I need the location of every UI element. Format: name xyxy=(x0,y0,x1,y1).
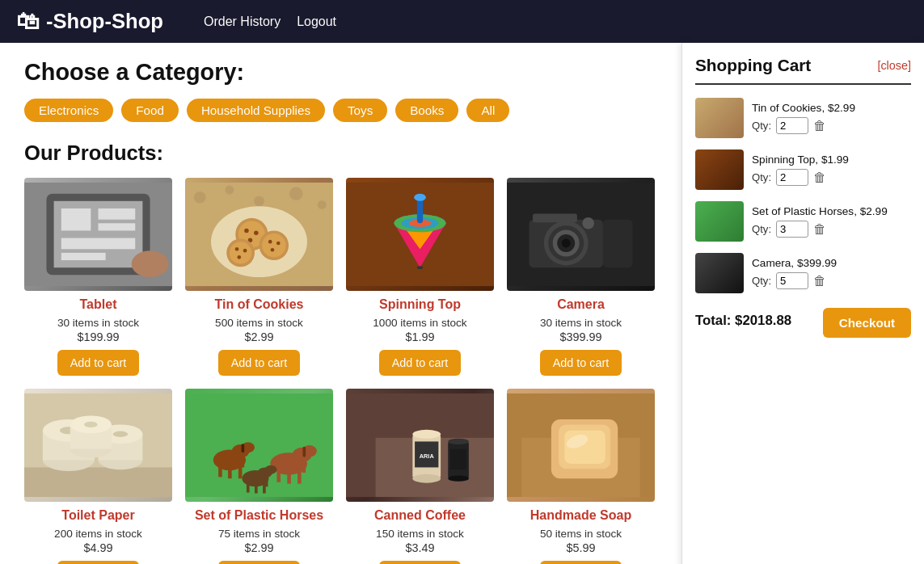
product-price-tablet: $199.99 xyxy=(77,330,119,343)
svg-point-28 xyxy=(235,247,239,251)
svg-rect-87 xyxy=(263,482,266,494)
add-to-cart-tablet[interactable]: Add to cart xyxy=(57,350,140,376)
cart-item-delete-cookies[interactable]: 🗑 xyxy=(813,119,826,133)
cart-close-button[interactable]: [close] xyxy=(877,59,911,72)
svg-point-12 xyxy=(254,196,264,206)
svg-point-24 xyxy=(276,242,281,246)
cart-item-horses: Set of Plastic Horses, $2.99 Qty: 🗑 xyxy=(695,201,911,242)
cart-item-qty-input-cookies[interactable] xyxy=(776,117,808,134)
cart-item-details-spinning-top: Spinning Top, $1.99 Qty: 🗑 xyxy=(752,154,911,186)
order-history-link[interactable]: Order History xyxy=(204,15,281,29)
svg-rect-7 xyxy=(61,253,106,260)
product-price-soap: $5.99 xyxy=(566,541,595,554)
svg-point-13 xyxy=(289,187,302,200)
logo-text: -Shop-Shop xyxy=(46,10,163,33)
svg-point-25 xyxy=(271,248,275,252)
product-price-toilet-paper: $4.99 xyxy=(83,541,112,554)
add-to-cart-camera[interactable]: Add to cart xyxy=(540,350,622,376)
product-price-horses: $2.99 xyxy=(244,541,273,554)
product-stock-soap: 50 items in stock xyxy=(540,528,622,540)
product-name-cookies: Tin of Cookies xyxy=(215,297,304,312)
checkout-button[interactable]: Checkout xyxy=(823,308,911,338)
cart-item-delete-spinning-top[interactable]: 🗑 xyxy=(813,170,826,185)
svg-point-11 xyxy=(225,186,234,195)
shopping-cart-sidebar: Shopping Cart [close] Tin of Cookies, $2… xyxy=(681,43,924,564)
cart-footer: Total: $2018.88 Checkout xyxy=(695,305,911,340)
category-btn-books[interactable]: Books xyxy=(395,99,458,122)
svg-rect-49 xyxy=(533,213,577,222)
add-to-cart-coffee[interactable]: Add to cart xyxy=(379,561,462,564)
product-name-toilet-paper: Toilet Paper xyxy=(61,508,134,523)
svg-point-8 xyxy=(132,250,169,277)
cart-item-image-camera xyxy=(695,253,744,293)
product-image-toilet-paper xyxy=(24,389,172,502)
svg-point-93 xyxy=(412,430,441,439)
svg-rect-70 xyxy=(228,464,232,478)
svg-rect-78 xyxy=(287,467,291,483)
product-image-coffee: ARIA xyxy=(346,389,494,502)
svg-point-41 xyxy=(417,266,423,269)
cart-item-qty-camera: Qty: 🗑 xyxy=(752,272,911,289)
product-name-tablet: Tablet xyxy=(80,297,117,312)
product-card-horses: Set of Plastic Horses 75 items in stock … xyxy=(185,389,333,564)
product-price-cookies: $2.99 xyxy=(244,330,273,343)
cart-item-qty-cookies: Qty: 🗑 xyxy=(752,117,911,134)
product-image-soap xyxy=(507,389,655,502)
svg-rect-5 xyxy=(99,223,136,230)
cart-item-image-cookies xyxy=(695,98,744,138)
cart-item-delete-horses[interactable]: 🗑 xyxy=(813,222,826,237)
cart-item-image-horses xyxy=(695,201,744,242)
svg-rect-74 xyxy=(242,444,245,452)
product-stock-camera: 30 items in stock xyxy=(540,317,622,329)
svg-point-23 xyxy=(268,240,272,244)
product-image-tablet xyxy=(24,178,172,291)
svg-rect-80 xyxy=(276,467,281,482)
category-btn-household[interactable]: Household Supplies xyxy=(187,99,325,122)
cart-item-name-horses: Set of Plastic Horses, $2.99 xyxy=(752,205,911,217)
svg-point-99 xyxy=(448,476,469,482)
product-card-camera: Camera 30 items in stock $399.99 Add to … xyxy=(507,178,655,376)
add-to-cart-horses[interactable]: Add to cart xyxy=(218,561,301,564)
product-stock-horses: 75 items in stock xyxy=(218,528,300,540)
cart-item-qty-input-horses[interactable] xyxy=(776,221,808,238)
category-btn-electronics[interactable]: Electronics xyxy=(24,99,113,122)
category-btn-toys[interactable]: Toys xyxy=(333,99,387,122)
svg-rect-86 xyxy=(255,482,258,494)
svg-rect-4 xyxy=(99,208,136,220)
product-stock-coffee: 150 items in stock xyxy=(376,528,464,540)
cart-item-qty-input-spinning-top[interactable] xyxy=(776,169,808,186)
add-to-cart-cookies[interactable]: Add to cart xyxy=(218,350,301,376)
product-price-spinning-top: $1.99 xyxy=(405,330,434,343)
svg-point-48 xyxy=(562,238,571,247)
category-btn-all[interactable]: All xyxy=(466,99,509,122)
cart-item-cookies: Tin of Cookies, $2.99 Qty: 🗑 xyxy=(695,98,911,138)
header-nav: Order History Logout xyxy=(204,15,336,29)
product-card-tablet: Tablet 30 items in stock $199.99 Add to … xyxy=(24,178,172,376)
svg-rect-82 xyxy=(302,447,306,457)
cart-item-name-cookies: Tin of Cookies, $2.99 xyxy=(752,102,911,114)
logout-link[interactable]: Logout xyxy=(297,15,336,29)
svg-rect-79 xyxy=(297,467,302,483)
svg-text:ARIA: ARIA xyxy=(420,452,435,460)
svg-point-22 xyxy=(262,234,285,257)
product-name-horses: Set of Plastic Horses xyxy=(195,508,323,523)
svg-rect-72 xyxy=(218,464,222,477)
add-to-cart-spinning-top[interactable]: Add to cart xyxy=(379,350,462,376)
cart-header: Shopping Cart [close] xyxy=(695,56,911,85)
svg-point-40 xyxy=(414,194,426,201)
cart-item-spinning-top: Spinning Top, $1.99 Qty: 🗑 xyxy=(695,149,911,190)
cart-item-delete-camera[interactable]: 🗑 xyxy=(813,274,826,288)
categories-bar: Electronics Food Household Supplies Toys… xyxy=(24,99,655,122)
add-to-cart-soap[interactable]: Add to cart xyxy=(540,561,622,564)
cart-item-camera: Camera, $399.99 Qty: 🗑 xyxy=(695,253,911,293)
cart-item-details-cookies: Tin of Cookies, $2.99 Qty: 🗑 xyxy=(752,102,911,134)
product-card-toilet-paper: Toilet Paper 200 items in stock $4.99 Ad… xyxy=(24,389,172,564)
product-image-camera xyxy=(507,178,655,291)
add-to-cart-toilet-paper[interactable]: Add to cart xyxy=(57,561,140,564)
cart-item-name-camera: Camera, $399.99 xyxy=(752,257,911,269)
svg-point-61 xyxy=(113,431,128,437)
cart-item-details-horses: Set of Plastic Horses, $2.99 Qty: 🗑 xyxy=(752,205,911,238)
category-btn-food[interactable]: Food xyxy=(121,99,179,122)
svg-point-14 xyxy=(318,200,327,209)
cart-item-qty-input-camera[interactable] xyxy=(776,272,808,289)
